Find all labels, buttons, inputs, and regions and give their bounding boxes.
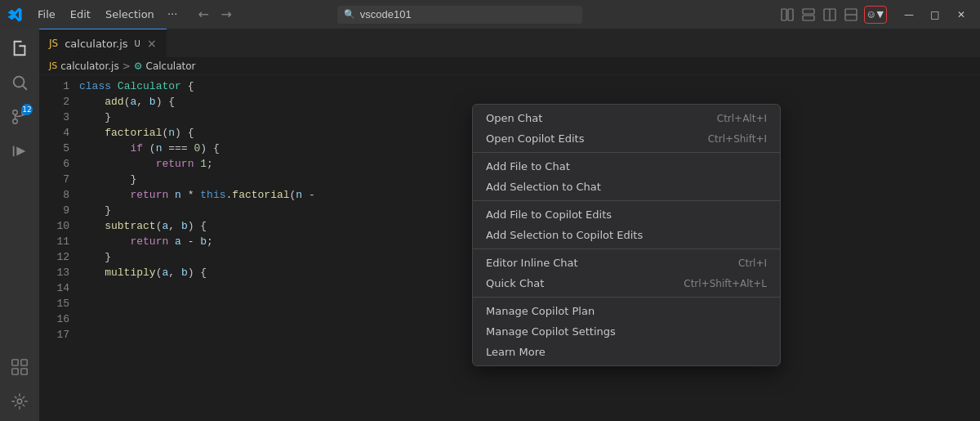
menu-item-manage-settings[interactable]: Manage Copilot Settings: [473, 321, 780, 342]
menu-selection[interactable]: Selection: [99, 5, 161, 24]
activity-bar: 12: [0, 29, 39, 421]
layout-icons: [777, 6, 861, 24]
win-close[interactable]: ✕: [949, 6, 973, 24]
layout-icon-1[interactable]: [777, 6, 797, 24]
copilot-chevron: ▼: [877, 9, 884, 20]
menu-item-open-chat[interactable]: Open Chat Ctrl+Alt+I: [473, 108, 780, 128]
menu-section-3: Add File to Copilot Edits Add Selection …: [473, 200, 780, 249]
activity-extensions[interactable]: [3, 351, 36, 383]
vscode-logo: [7, 7, 23, 23]
svg-point-8: [868, 11, 874, 17]
menu-item-add-file-chat-label: Add File to Chat: [486, 160, 570, 172]
svg-rect-15: [19, 45, 25, 47]
breadcrumb-sep: >: [122, 60, 131, 72]
svg-marker-22: [16, 147, 25, 156]
source-control-badge: 12: [21, 104, 33, 115]
copilot-button[interactable]: ▼: [864, 6, 887, 24]
breadcrumb: JS calculator.js > ⚙ Calculator: [39, 57, 980, 75]
menu-item-inline-chat-shortcut: Ctrl+I: [738, 258, 767, 269]
menu-file[interactable]: File: [31, 5, 62, 24]
nav-buttons: ← →: [194, 5, 236, 25]
svg-rect-24: [12, 360, 18, 365]
win-maximize[interactable]: □: [923, 6, 947, 24]
menu-item-quick-chat-shortcut: Ctrl+Shift+Alt+L: [684, 278, 767, 289]
menu-item-open-chat-shortcut: Ctrl+Alt+I: [717, 113, 767, 124]
tab-modified: U: [135, 39, 140, 48]
breadcrumb-symbol-icon: ⚙: [134, 60, 143, 72]
breadcrumb-file: calculator.js: [60, 60, 118, 72]
menu-edit[interactable]: Edit: [64, 5, 97, 24]
svg-rect-13: [14, 54, 26, 56]
menu-item-add-selection-copilot[interactable]: Add Selection to Copilot Edits: [473, 225, 780, 245]
menu-item-add-file-chat[interactable]: Add File to Chat: [473, 156, 780, 177]
svg-rect-12: [14, 41, 16, 56]
layout-icon-4[interactable]: [841, 6, 861, 24]
svg-rect-1: [788, 9, 793, 20]
menu-item-add-selection-copilot-label: Add Selection to Copilot Edits: [486, 229, 643, 241]
menu-more[interactable]: ···: [163, 5, 182, 24]
layout-icon-2[interactable]: [799, 6, 818, 24]
main-container: 12 JS ca: [0, 29, 980, 421]
svg-point-20: [13, 119, 18, 124]
search-bar[interactable]: 🔍: [337, 6, 582, 24]
tab-js-icon: JS: [49, 38, 58, 49]
menu-item-add-file-copilot-label: Add File to Copilot Edits: [486, 208, 612, 221]
tab-bar: JS calculator.js U ×: [39, 29, 980, 57]
svg-rect-2: [803, 9, 814, 14]
nav-forward[interactable]: →: [216, 5, 236, 25]
tab-filename: calculator.js: [65, 38, 127, 50]
menu-item-open-copilot-edits[interactable]: Open Copilot Edits Ctrl+Shift+I: [473, 128, 780, 149]
breadcrumb-icon: JS: [49, 60, 57, 71]
title-bar-left: File Edit Selection ··· ← →: [7, 5, 236, 25]
activity-explorer[interactable]: [3, 32, 36, 65]
menu-item-open-copilot-edits-shortcut: Ctrl+Shift+I: [708, 133, 767, 145]
menu-section-1: Open Chat Ctrl+Alt+I Open Copilot Edits …: [473, 105, 780, 152]
menu-item-manage-plan[interactable]: Manage Copilot Plan: [473, 301, 780, 321]
menu-item-manage-plan-label: Manage Copilot Plan: [486, 305, 595, 317]
menu-section-4: Editor Inline Chat Ctrl+I Quick Chat Ctr…: [473, 249, 780, 297]
menu-item-quick-chat-label: Quick Chat: [486, 277, 544, 289]
tab-calculator[interactable]: JS calculator.js U ×: [39, 29, 167, 57]
svg-point-10: [872, 13, 873, 14]
line-numbers: 12345 678910 1112131415 1617: [39, 75, 76, 421]
menu-items: File Edit Selection ···: [31, 5, 182, 24]
menu-section-5: Manage Copilot Plan Manage Copilot Setti…: [473, 297, 780, 365]
svg-rect-14: [24, 45, 26, 56]
dropdown-menu: Open Chat Ctrl+Alt+I Open Copilot Edits …: [472, 104, 781, 366]
menu-item-inline-chat-label: Editor Inline Chat: [486, 257, 578, 269]
menu-item-inline-chat[interactable]: Editor Inline Chat Ctrl+I: [473, 253, 780, 273]
menu-item-add-file-copilot[interactable]: Add File to Copilot Edits: [473, 204, 780, 225]
activity-run[interactable]: [3, 135, 36, 168]
svg-point-28: [17, 399, 22, 404]
menu-item-add-selection-chat[interactable]: Add Selection to Chat: [473, 177, 780, 197]
menu-item-learn-more-label: Learn More: [486, 346, 546, 358]
code-line-1: class Calculator {: [76, 78, 980, 94]
menu-section-2: Add File to Chat Add Selection to Chat: [473, 152, 780, 200]
svg-rect-25: [21, 360, 27, 365]
search-icon: 🔍: [344, 9, 355, 20]
activity-settings[interactable]: [3, 385, 36, 418]
editor-area: JS calculator.js U × JS calculator.js > …: [39, 29, 980, 421]
menu-item-quick-chat[interactable]: Quick Chat Ctrl+Shift+Alt+L: [473, 273, 780, 293]
activity-source-control[interactable]: 12: [3, 101, 36, 133]
menu-item-manage-settings-label: Manage Copilot Settings: [486, 325, 616, 338]
search-input[interactable]: [360, 8, 576, 20]
svg-point-18: [13, 110, 18, 115]
title-bar: File Edit Selection ··· ← → 🔍: [0, 0, 980, 29]
svg-rect-27: [21, 369, 27, 374]
nav-back[interactable]: ←: [194, 5, 213, 25]
tab-close[interactable]: ×: [147, 37, 157, 50]
layout-icon-3[interactable]: [820, 6, 840, 24]
svg-point-9: [870, 13, 871, 14]
menu-item-add-selection-chat-label: Add Selection to Chat: [486, 181, 601, 193]
menu-item-open-chat-label: Open Chat: [486, 112, 542, 124]
svg-rect-0: [782, 9, 786, 20]
menu-item-learn-more[interactable]: Learn More: [473, 342, 780, 362]
code-editor[interactable]: 12345 678910 1112131415 1617 class Calcu…: [39, 75, 980, 421]
title-bar-right: ▼ — □ ✕: [777, 6, 973, 24]
activity-search[interactable]: [3, 66, 36, 99]
window-controls: — □ ✕: [897, 6, 973, 24]
win-minimize[interactable]: —: [897, 6, 921, 24]
svg-rect-26: [12, 369, 18, 374]
svg-rect-3: [803, 16, 814, 20]
